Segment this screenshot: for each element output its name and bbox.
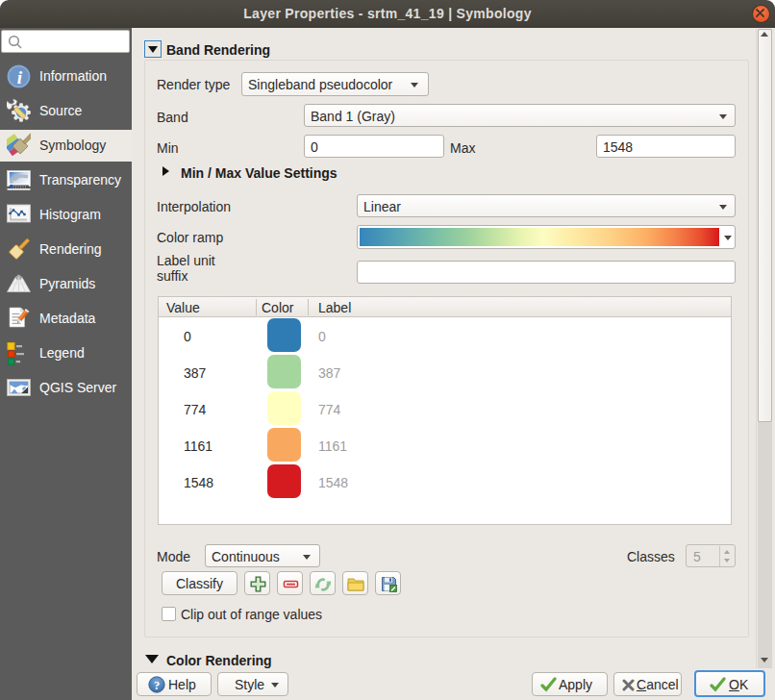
svg-text:?: ?	[154, 679, 160, 692]
svg-text:i: i	[17, 67, 23, 88]
